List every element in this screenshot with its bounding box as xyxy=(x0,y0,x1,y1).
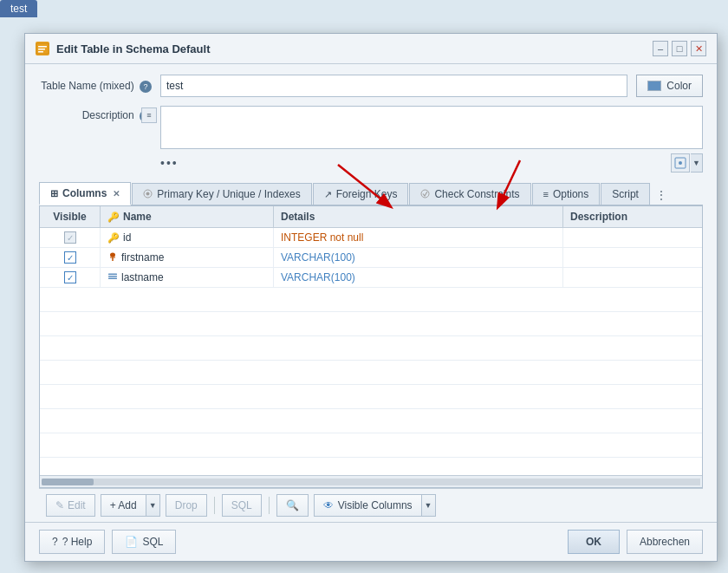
maximize-button[interactable]: □ xyxy=(672,41,687,56)
desc-dropdown-icon[interactable]: ▼ xyxy=(691,153,703,173)
table-row xyxy=(40,312,702,336)
dialog-title: Edit Table in Schema Default xyxy=(56,42,210,55)
tab-columns[interactable]: ⊞ Columns ✕ xyxy=(39,182,131,205)
tab-columns-icon: ⊞ xyxy=(50,188,58,199)
desc-action-icon[interactable] xyxy=(671,153,690,173)
description-row: Description ? ≡ ••• xyxy=(39,106,703,173)
description-toolbar: ≡ xyxy=(141,107,157,123)
svg-point-5 xyxy=(679,161,682,165)
tab-script-label: Script xyxy=(612,188,639,200)
pin-icon xyxy=(107,251,118,264)
desc-toolbar-right: ▼ xyxy=(671,153,703,173)
table-name-help-icon[interactable]: ? xyxy=(140,81,152,93)
cancel-button[interactable]: Abbrechen xyxy=(627,530,703,554)
td-name-id: 🔑 id xyxy=(101,228,274,247)
svg-rect-1 xyxy=(38,46,47,48)
horizontal-scrollbar[interactable] xyxy=(40,475,702,487)
description-area-wrapper: ≡ ••• ▼ xyxy=(160,106,703,173)
table-row xyxy=(40,336,702,361)
td-details-id: INTEGER not null xyxy=(274,228,563,247)
td-desc-id xyxy=(563,228,702,247)
visible-columns-button-group: 👁 Visible Columns ▼ xyxy=(314,494,436,517)
table-row xyxy=(40,385,702,409)
footer-left: ? ? Help 📄 SQL xyxy=(39,530,176,554)
col-header-visible: Visible xyxy=(40,206,101,227)
tabs-container: ⊞ Columns ✕ Primary Key / Unique / Index… xyxy=(39,181,703,206)
row-details-firstname: VARCHAR(100) xyxy=(281,251,355,264)
title-controls: – □ ✕ xyxy=(653,41,706,56)
tab-options[interactable]: ≡ Options xyxy=(532,183,601,205)
td-visible-id xyxy=(40,228,101,247)
checkbox-firstname[interactable] xyxy=(64,251,76,264)
row-name-firstname: firstname xyxy=(121,251,164,264)
table-header: Visible 🔑 Name Details Description xyxy=(40,206,702,228)
add-dropdown-icon[interactable]: ▼ xyxy=(146,494,160,517)
scrollbar-track[interactable] xyxy=(42,479,700,485)
eye-icon: 👁 xyxy=(323,499,334,511)
title-bar-left: Edit Table in Schema Default xyxy=(36,42,210,55)
toolbar-separator xyxy=(214,497,215,514)
table-row[interactable]: 🔑 id INTEGER not null xyxy=(40,228,702,248)
sql-file-icon: 📄 xyxy=(125,536,138,548)
tab-foreign-icon: ↗ xyxy=(324,189,332,200)
description-textarea[interactable] xyxy=(160,106,703,149)
edit-button[interactable]: ✎ Edit xyxy=(46,494,95,517)
sql-button[interactable]: SQL xyxy=(222,494,262,517)
description-label: Description ? xyxy=(39,106,152,122)
footer-sql-button[interactable]: 📄 SQL xyxy=(112,530,176,554)
checkbox-id[interactable] xyxy=(64,231,76,244)
tab-foreign[interactable]: ↗ Foreign Keys xyxy=(313,183,409,205)
close-button[interactable]: ✕ xyxy=(691,41,706,56)
dialog-body: Table Name (mixed) ? Color Description ?… xyxy=(25,64,717,522)
td-desc-lastname xyxy=(563,268,702,287)
help-button[interactable]: ? ? Help xyxy=(39,530,105,554)
tab-check[interactable]: Check Constraints xyxy=(409,183,530,205)
row-name-lastname: lastname xyxy=(121,271,164,283)
table-row[interactable]: lastname VARCHAR(100) xyxy=(40,268,702,288)
table-row xyxy=(40,288,702,312)
svg-point-7 xyxy=(146,192,150,195)
color-button[interactable]: Color xyxy=(636,75,703,97)
table-name-row: Table Name (mixed) ? Color xyxy=(39,75,703,97)
add-button[interactable]: + Add xyxy=(101,494,146,517)
col-header-description: Description xyxy=(563,206,702,227)
tab-check-icon xyxy=(420,189,430,200)
desc-toolbar-lines-icon[interactable]: ≡ xyxy=(141,107,157,123)
scrollbar-thumb[interactable] xyxy=(42,479,94,485)
search-button[interactable]: 🔍 xyxy=(276,494,309,517)
tab-primary[interactable]: Primary Key / Unique / Indexes xyxy=(132,183,311,205)
svg-rect-12 xyxy=(108,276,117,277)
td-visible-lastname xyxy=(40,268,101,287)
tab-foreign-label: Foreign Keys xyxy=(336,188,398,200)
minimize-button[interactable]: – xyxy=(653,41,668,56)
title-bar: Edit Table in Schema Default – □ ✕ xyxy=(25,34,717,64)
ok-button[interactable]: OK xyxy=(568,530,620,554)
dialog-icon xyxy=(36,42,49,55)
bg-tab[interactable]: test xyxy=(0,0,37,17)
table-row xyxy=(40,433,702,458)
name-col-key-icon: 🔑 xyxy=(107,212,120,223)
table-name-label: Table Name (mixed) ? xyxy=(39,80,152,93)
table-area: Visible 🔑 Name Details Description 🔑 id xyxy=(39,206,703,488)
svg-rect-13 xyxy=(108,274,117,276)
svg-point-9 xyxy=(110,253,115,257)
col-header-name: 🔑 Name xyxy=(101,206,274,227)
tabs-more-icon[interactable]: ⋮ xyxy=(651,186,672,205)
help-icon: ? xyxy=(52,536,58,548)
row-details-lastname: VARCHAR(100) xyxy=(281,271,355,283)
edit-icon: ✎ xyxy=(55,499,64,511)
visible-columns-button[interactable]: 👁 Visible Columns xyxy=(314,494,422,517)
toolbar-separator-2 xyxy=(269,497,270,514)
table-name-input[interactable] xyxy=(160,75,627,97)
color-swatch xyxy=(647,81,661,91)
add-button-group: + Add ▼ xyxy=(101,494,160,517)
svg-rect-2 xyxy=(38,49,45,50)
table-row[interactable]: firstname VARCHAR(100) xyxy=(40,248,702,268)
tab-columns-close[interactable]: ✕ xyxy=(113,189,120,199)
drop-button[interactable]: Drop xyxy=(166,494,207,517)
checkbox-lastname[interactable] xyxy=(64,271,76,283)
edit-table-dialog: Edit Table in Schema Default – □ ✕ Table… xyxy=(24,33,718,562)
td-visible-firstname xyxy=(40,248,101,267)
tab-script[interactable]: Script xyxy=(601,183,650,205)
visible-columns-dropdown-icon[interactable]: ▼ xyxy=(422,494,436,517)
